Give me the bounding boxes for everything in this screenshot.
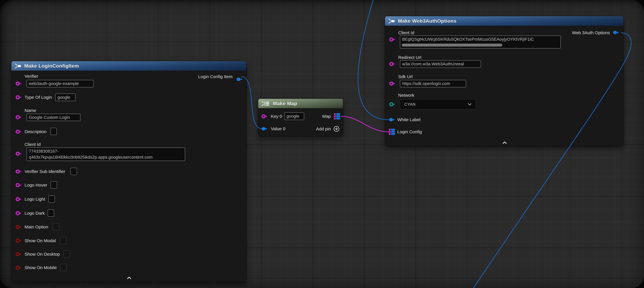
client-id-value: BEglQSgt4cUWcj6SKRdu5QkOXTsePmMcusG5EAoy… xyxy=(402,36,558,42)
client-id-field[interactable]: 774338308167- q463s7kpvja16l4l0kko3nb925… xyxy=(26,148,185,161)
input-pin-verifier-sub-identifier[interactable] xyxy=(15,169,22,174)
pin-label-value-0: Value 0 xyxy=(271,126,286,131)
output-pin-map[interactable] xyxy=(334,113,341,119)
network-dropdown[interactable]: CYAN xyxy=(400,99,476,109)
pin-label-description: Description xyxy=(24,129,46,134)
verifier-field[interactable]: web3auth-google-example xyxy=(26,80,94,87)
pin-label-sdk-url: Sdk Url xyxy=(398,74,412,79)
node-title: Make LoginConfigItem xyxy=(24,63,79,69)
pin-label-client-id: Client Id xyxy=(398,30,414,35)
make-struct-icon xyxy=(388,18,395,24)
type-of-login-field[interactable]: google xyxy=(55,94,76,101)
collapse-chevron-up-icon[interactable] xyxy=(502,141,507,144)
redirect-url-field[interactable]: w3a://com.w3a.Web3AuthUnreal xyxy=(400,60,481,68)
show-on-desktop-checkbox[interactable] xyxy=(64,250,70,258)
client-id-field[interactable]: BEglQSgt4cUWcj6SKRdu5QkOXTsePmMcusG5EAoy… xyxy=(400,36,561,49)
input-pin-type-of-login[interactable] xyxy=(15,95,22,100)
description-field[interactable] xyxy=(50,128,57,135)
output-pin-web3auth-options[interactable] xyxy=(613,30,620,35)
node-header-make-web3authoptions[interactable]: Make Web3AuthOptions xyxy=(385,16,624,26)
input-pin-client-id[interactable] xyxy=(15,151,22,156)
input-pin-key-0[interactable] xyxy=(261,114,268,119)
show-on-mobile-checkbox[interactable] xyxy=(60,264,66,271)
client-id-line2: q463s7kpvja16l4l0kko3nb925ikds2p.apps.go… xyxy=(29,154,183,160)
input-pin-client-id[interactable] xyxy=(389,37,396,42)
chevron-down-icon xyxy=(468,103,472,106)
pin-label-key-0: Key 0 xyxy=(271,114,282,119)
verifier-sub-identifier-field[interactable] xyxy=(70,168,77,175)
pin-label-network: Network xyxy=(398,93,414,98)
pin-label-type-of-login: Type Of Login xyxy=(24,95,52,100)
pin-label-logo-hover: Logo Hover xyxy=(24,183,47,188)
pin-label-client-id: Client Id xyxy=(24,142,41,147)
node-title: Make Map xyxy=(273,101,297,106)
make-map-icon xyxy=(262,101,270,106)
pin-label-name: Name xyxy=(24,108,36,113)
input-pin-login-config[interactable] xyxy=(389,129,396,135)
output-pin-label: Web 3Auth Options xyxy=(572,30,610,35)
blueprint-graph-canvas[interactable]: Make LoginConfigItem Login Config Item V… xyxy=(0,0,644,288)
input-pin-name[interactable] xyxy=(15,115,22,120)
logo-hover-field[interactable] xyxy=(50,181,57,189)
collapse-chevron-up-icon[interactable] xyxy=(127,276,131,279)
client-id-line1: 774338308167- xyxy=(29,148,183,154)
pin-label-white-label: White Label xyxy=(397,117,420,122)
pin-label-show-on-modal: Show On Modal xyxy=(24,238,56,243)
main-option-checkbox[interactable] xyxy=(53,223,59,230)
add-pin-label: Add pin xyxy=(316,126,331,131)
make-struct-icon xyxy=(14,63,21,69)
pin-label-show-on-mobile: Show On Mobile xyxy=(24,265,57,270)
input-pin-description[interactable] xyxy=(15,129,22,134)
node-make-web3authoptions[interactable]: Make Web3AuthOptions Web 3Auth Options C… xyxy=(385,16,624,146)
pin-label-main-option: Main Option xyxy=(24,224,48,229)
circled-plus-icon xyxy=(333,126,340,132)
node-make-map[interactable]: Make Map Key 0 google Map Value 0 Add pi… xyxy=(258,99,343,136)
pin-label-login-config: Login Config xyxy=(397,129,422,134)
node-header-make-loginconfigitem[interactable]: Make LoginConfigItem xyxy=(12,61,246,71)
name-field[interactable]: Google Custom Login xyxy=(26,114,80,121)
node-header-make-map[interactable]: Make Map xyxy=(258,99,343,108)
network-selected-value: CYAN xyxy=(404,102,416,107)
pin-label-verifier-sub-identifier: Verifier Sub Identifier xyxy=(24,169,65,174)
output-pin-label: Login Config Item xyxy=(198,74,232,79)
pin-label-logo-dark: Logo Dark xyxy=(24,211,45,216)
node-make-loginconfigitem[interactable]: Make LoginConfigItem Login Config Item V… xyxy=(12,61,246,282)
input-pin-show-on-modal[interactable] xyxy=(15,238,22,243)
logo-dark-field[interactable] xyxy=(48,209,54,217)
pin-label-logo-light: Logo Light xyxy=(24,197,45,202)
pin-label-show-on-desktop: Show On Desktop xyxy=(24,252,60,257)
input-pin-show-on-mobile[interactable] xyxy=(15,265,22,270)
input-pin-redirect-url[interactable] xyxy=(389,61,396,67)
pin-label-redirect-url: Redirect Url xyxy=(398,55,421,60)
input-pin-white-label[interactable] xyxy=(389,117,396,122)
sdk-url-field[interactable]: https://sdk.openlogin.com xyxy=(400,80,466,87)
input-pin-sdk-url[interactable] xyxy=(389,81,396,86)
input-pin-logo-hover[interactable] xyxy=(15,182,22,188)
wire-offscreen-to-white-label[interactable] xyxy=(358,0,389,120)
input-pin-main-option[interactable] xyxy=(15,224,22,230)
key-0-field[interactable]: google xyxy=(284,112,304,120)
input-pin-logo-light[interactable] xyxy=(15,196,22,202)
input-pin-logo-dark[interactable] xyxy=(15,211,22,216)
show-on-modal-checkbox[interactable] xyxy=(60,237,66,244)
node-title: Make Web3AuthOptions xyxy=(398,18,456,24)
client-id-scrollbar[interactable] xyxy=(402,44,502,47)
input-pin-verifier[interactable] xyxy=(15,81,22,86)
add-pin-button[interactable]: Add pin xyxy=(316,126,340,132)
logo-light-field[interactable] xyxy=(48,195,55,203)
output-pin-label-map: Map xyxy=(322,114,331,119)
output-pin-login-config-item[interactable] xyxy=(236,77,243,82)
pin-label-verifier: Verifier xyxy=(24,74,38,79)
input-pin-show-on-desktop[interactable] xyxy=(15,251,22,257)
input-pin-value-0[interactable] xyxy=(261,126,268,131)
wire-map-to-login-config[interactable] xyxy=(341,116,389,132)
input-pin-network[interactable] xyxy=(389,102,396,107)
